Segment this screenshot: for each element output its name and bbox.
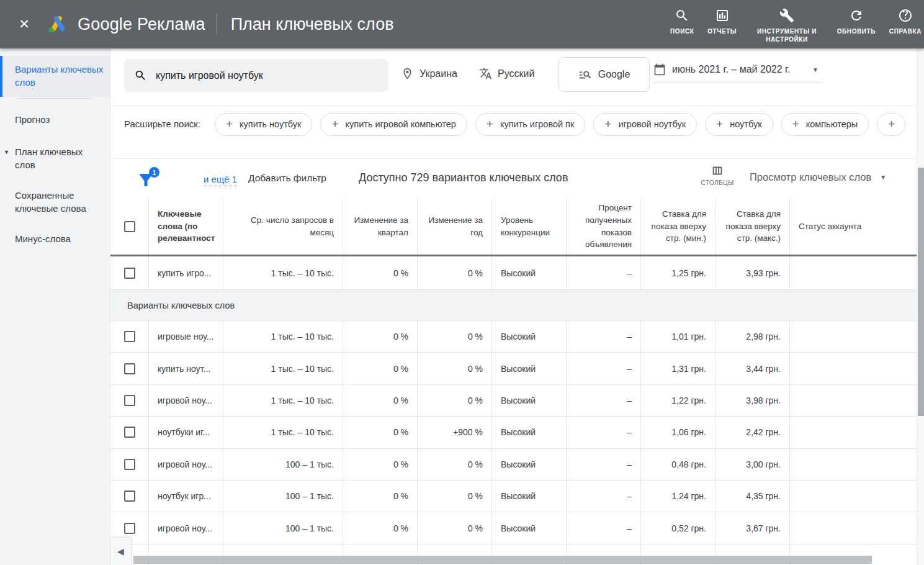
columns-button[interactable]: СТОЛБЦЫ: [696, 164, 738, 186]
date-range-selector[interactable]: июнь 2021 г. – май 2022 г. ▼: [653, 63, 822, 83]
data-cell: 3,44 грн.: [715, 353, 790, 384]
sidebar-item-saved-keywords[interactable]: Сохраненные ключевые слова: [0, 189, 110, 215]
data-cell: –: [567, 385, 641, 416]
keyword-search-input[interactable]: [156, 70, 379, 81]
sidebar-item-keyword-ideas[interactable]: Варианты ключевых слов: [0, 56, 110, 97]
keyword-chip[interactable]: +купить игровой пк: [475, 113, 586, 136]
row-checkbox[interactable]: [124, 331, 135, 342]
plus-icon: +: [604, 117, 611, 131]
location-pin-icon: [401, 67, 414, 80]
search-icon: [675, 8, 689, 23]
checkbox-cell[interactable]: [110, 417, 149, 448]
more-filters-link[interactable]: и ещё 1: [204, 174, 237, 186]
add-filter-button[interactable]: Добавить фильтр: [248, 173, 326, 184]
row-checkbox[interactable]: [124, 395, 135, 406]
column-header[interactable]: Статус аккаунта: [790, 198, 917, 255]
location-label: Украина: [419, 68, 457, 79]
data-cell: 100 – 1 тыс.: [223, 481, 343, 512]
cell-value: 2,98 грн.: [746, 332, 781, 341]
keyword-chip[interactable]: +купить игровой компьютер: [320, 113, 467, 136]
data-cell: 0 %: [343, 449, 418, 480]
keyword-view-selector[interactable]: Просмотр ключевых слов ▼: [750, 171, 886, 183]
checkbox-cell[interactable]: [110, 481, 149, 512]
keyword-search-box: [124, 59, 388, 92]
help-button[interactable]: СПРАВКА: [889, 8, 922, 35]
checkbox-cell[interactable]: [110, 449, 149, 480]
action-label: ОТЧЕТЫ: [707, 27, 737, 35]
network-selector[interactable]: Google: [558, 57, 650, 92]
cell-value: 1,24 грн.: [671, 491, 706, 501]
cell-value: ноутбук игр...: [158, 491, 211, 501]
column-header[interactable]: Изменение за год: [418, 198, 492, 255]
data-cell: Высокий: [492, 417, 567, 448]
data-cell: –: [567, 353, 641, 384]
data-cell: 0 %: [343, 417, 418, 448]
horizontal-scrollbar-thumb[interactable]: [133, 556, 872, 564]
data-cell: 2,98 грн.: [715, 321, 790, 352]
data-cell: [790, 256, 917, 289]
column-header[interactable]: Ср. число запросов в месяц: [223, 198, 343, 255]
cell-value: 1 тыс. – 10 тыс.: [271, 364, 334, 374]
cell-value: 3,98 грн.: [746, 396, 781, 405]
column-header[interactable]: Ставка для показа вверху стр. (мин.): [641, 198, 715, 255]
checkbox-cell[interactable]: [110, 256, 149, 289]
select-all-cell: [110, 198, 149, 255]
table-row: купить ноут...1 тыс. – 10 тыс.0 %0 %Высо…: [110, 353, 917, 384]
cell-value: 1,01 грн.: [671, 332, 706, 341]
data-cell: –: [567, 256, 641, 289]
cell-value: 3,93 грн.: [746, 268, 781, 278]
data-cell: [790, 449, 917, 480]
keyword-chip[interactable]: +игровой ноутбук: [593, 113, 697, 136]
keyword-chip[interactable]: +компьютеры: [781, 113, 869, 136]
column-header[interactable]: Процент полученных показов объявления: [567, 198, 641, 255]
column-header[interactable]: Ключевые слова (по релевантност: [149, 198, 223, 255]
data-cell: 0 %: [418, 385, 492, 416]
chevron-left-icon: ◀: [117, 546, 124, 556]
close-button[interactable]: ✕: [16, 17, 33, 32]
data-cell: +900 %: [418, 417, 492, 448]
cell-value: Высокий: [501, 427, 536, 437]
keyword-chip[interactable]: +купить ноутбук: [215, 113, 312, 136]
row-checkbox[interactable]: [124, 268, 135, 279]
cell-value: игровой ноу...: [158, 523, 212, 533]
idea-rows: игровые ноу...1 тыс. – 10 тыс.0 %0 %Высо…: [110, 321, 917, 565]
cell-value: 1 тыс. – 10 тыс.: [271, 332, 334, 341]
cell-value: 0 %: [393, 491, 408, 501]
row-checkbox[interactable]: [124, 490, 135, 502]
column-header[interactable]: Изменение за квартал: [343, 198, 418, 255]
cell-value: 3,67 грн.: [746, 523, 781, 533]
checkbox-cell[interactable]: [110, 353, 149, 384]
wrench-icon: [779, 8, 794, 23]
select-all-checkbox[interactable]: [124, 221, 135, 232]
column-header[interactable]: Уровень конкуренции: [492, 198, 567, 255]
data-cell: [790, 481, 917, 512]
tools-settings-button[interactable]: ИНСТРУМЕНТЫ И НАСТРОЙКИ: [750, 8, 823, 43]
main-content: Украина Русский Google июнь 2021 г. – ма…: [110, 48, 924, 565]
filter-funnel-icon[interactable]: 1: [137, 167, 158, 191]
collapse-table-button[interactable]: ◀: [110, 538, 131, 565]
sidebar-item-keyword-plan[interactable]: ▼ План ключевых слов: [0, 145, 110, 171]
keyword-chip[interactable]: +: [877, 113, 905, 136]
row-checkbox[interactable]: [124, 363, 135, 374]
keyword-chip[interactable]: +ноутбук: [705, 113, 773, 136]
search-nav-button[interactable]: ПОИСК: [670, 8, 694, 35]
column-header[interactable]: Ставка для показа вверху стр. (макс.): [715, 198, 790, 255]
sidebar-item-negative-keywords[interactable]: Минус-слова: [0, 232, 110, 245]
checkbox-cell[interactable]: [110, 385, 149, 416]
reports-button[interactable]: ОТЧЕТЫ: [707, 8, 737, 35]
row-checkbox[interactable]: [124, 459, 135, 470]
data-cell: 3,98 грн.: [715, 385, 790, 416]
data-cell: 1,24 грн.: [641, 481, 715, 512]
chip-label: купить игровой компьютер: [346, 119, 456, 129]
vertical-scrollbar-thumb[interactable]: [918, 168, 924, 416]
sidebar-item-forecast[interactable]: Прогноз: [0, 113, 110, 126]
header-label: Процент полученных показов объявления: [575, 202, 632, 250]
row-checkbox[interactable]: [124, 427, 135, 438]
location-selector[interactable]: Украина: [401, 67, 457, 80]
language-selector[interactable]: Русский: [479, 67, 534, 80]
action-label: ОБНОВИТЬ: [837, 27, 876, 35]
row-checkbox[interactable]: [124, 523, 135, 534]
checkbox-cell[interactable]: [110, 321, 149, 352]
refresh-button[interactable]: ОБНОВИТЬ: [837, 8, 876, 35]
data-cell: 100 – 1 тыс.: [223, 449, 343, 480]
